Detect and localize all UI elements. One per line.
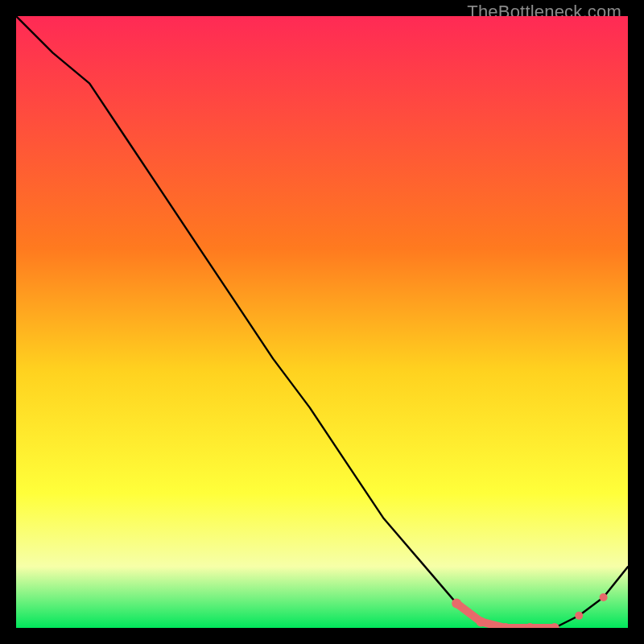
highlight-dot — [600, 593, 608, 601]
gradient-background — [16, 16, 628, 628]
chart-canvas — [16, 16, 628, 628]
highlight-dot — [452, 599, 461, 609]
highlight-dot — [575, 612, 583, 620]
highlight-dot — [477, 617, 486, 626]
